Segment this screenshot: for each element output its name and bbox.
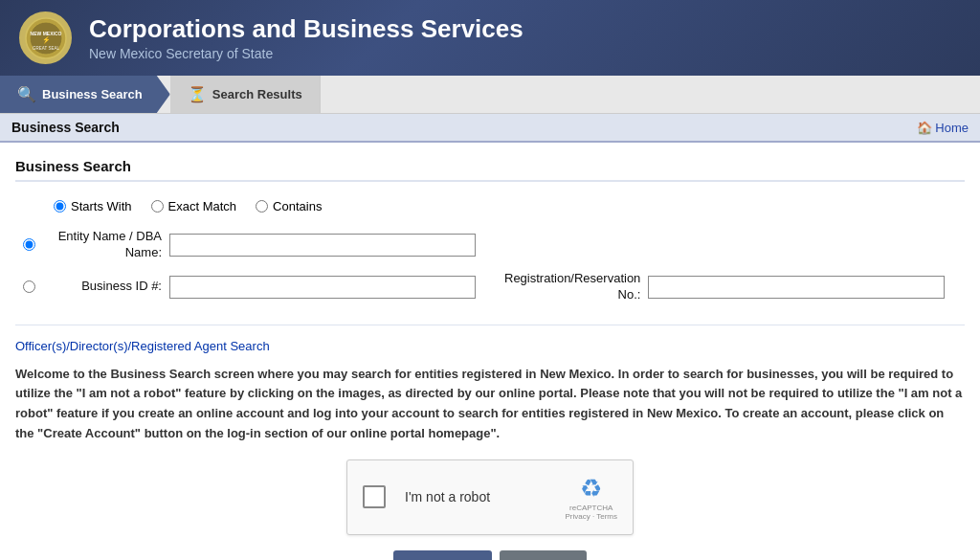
- registration-number-input[interactable]: [648, 276, 945, 299]
- business-id-input[interactable]: [169, 276, 476, 299]
- captcha-label: I'm not a robot: [405, 489, 546, 504]
- entity-name-row: Entity Name / DBAName:: [15, 229, 965, 261]
- radio-exact-match-input[interactable]: [151, 200, 164, 213]
- radio-contains-input[interactable]: [256, 200, 268, 213]
- captcha-container: I'm not a robot ♻ reCAPTCHA Privacy · Te…: [15, 459, 965, 535]
- header-text-block: Corporations and Business Services New M…: [89, 14, 523, 61]
- recaptcha-brand: reCAPTCHA: [569, 504, 612, 512]
- radio-starts-with[interactable]: Starts With: [54, 199, 132, 213]
- radio-starts-with-input[interactable]: [54, 200, 66, 213]
- breadcrumb-bar: Business Search 🏠 Home: [0, 114, 980, 143]
- captcha-checkbox[interactable]: [363, 485, 386, 508]
- welcome-text: Welcome to the Business Search screen wh…: [15, 365, 965, 444]
- main-content: Business Search Starts With Exact Match …: [0, 143, 980, 560]
- home-icon: 🏠: [917, 121, 932, 135]
- tab-business-search-label: Business Search: [42, 87, 143, 101]
- recaptcha-icon: ♻: [580, 474, 602, 504]
- business-id-radio[interactable]: [23, 280, 35, 293]
- radio-contains-label: Contains: [273, 199, 322, 213]
- tab-business-search[interactable]: 🔍 Business Search: [0, 76, 170, 113]
- tab-search-results[interactable]: ⏳ Search Results: [170, 76, 321, 113]
- svg-text:⚡: ⚡: [41, 35, 50, 44]
- entity-name-radio[interactable]: [23, 238, 35, 251]
- clear-button[interactable]: Clear: [500, 550, 587, 560]
- privacy-link[interactable]: Privacy: [565, 512, 590, 521]
- registration-section: Registration/ReservationNo.:: [504, 271, 945, 303]
- captcha-box: I'm not a robot ♻ reCAPTCHA Privacy · Te…: [346, 459, 634, 535]
- page-header: NEW MEXICO ⚡ GREAT SEAL Corporations and…: [0, 0, 980, 76]
- recaptcha-links: Privacy · Terms: [565, 512, 617, 521]
- site-title: Corporations and Business Services: [89, 14, 523, 44]
- terms-link[interactable]: Terms: [596, 512, 617, 521]
- form-section-title: Business Search: [15, 158, 965, 182]
- state-seal-logo: NEW MEXICO ⚡ GREAT SEAL: [19, 11, 72, 64]
- search-type-row: Starts With Exact Match Contains: [15, 199, 965, 213]
- search-tab-icon: 🔍: [17, 85, 36, 103]
- divider-1: [15, 325, 965, 325]
- entity-name-input[interactable]: [169, 234, 476, 257]
- entity-name-label: Entity Name / DBAName:: [47, 229, 162, 261]
- radio-exact-match[interactable]: Exact Match: [151, 199, 237, 213]
- business-id-row: Business ID #: Registration/ReservationN…: [15, 271, 965, 303]
- radio-exact-match-label: Exact Match: [168, 199, 237, 213]
- hourglass-tab-icon: ⏳: [188, 85, 207, 103]
- captcha-logo: ♻ reCAPTCHA Privacy · Terms: [565, 474, 617, 521]
- business-id-label: Business ID #:: [47, 279, 162, 295]
- search-form: Starts With Exact Match Contains Entity …: [15, 195, 965, 317]
- reg-label: Registration/ReservationNo.:: [504, 271, 640, 303]
- home-link[interactable]: 🏠 Home: [917, 121, 969, 135]
- radio-contains[interactable]: Contains: [256, 199, 322, 213]
- officer-search-link[interactable]: Officer(s)/Director(s)/Registered Agent …: [15, 339, 965, 353]
- form-buttons: Search Clear: [15, 550, 965, 560]
- svg-text:GREAT SEAL: GREAT SEAL: [33, 46, 59, 51]
- tab-search-results-label: Search Results: [212, 87, 302, 101]
- home-link-label: Home: [935, 121, 969, 135]
- radio-starts-with-label: Starts With: [71, 199, 132, 213]
- site-subtitle: New Mexico Secretary of State: [89, 46, 523, 61]
- page-title: Business Search: [11, 120, 120, 135]
- tab-bar: 🔍 Business Search ⏳ Search Results: [0, 76, 980, 114]
- search-button[interactable]: Search: [393, 550, 492, 560]
